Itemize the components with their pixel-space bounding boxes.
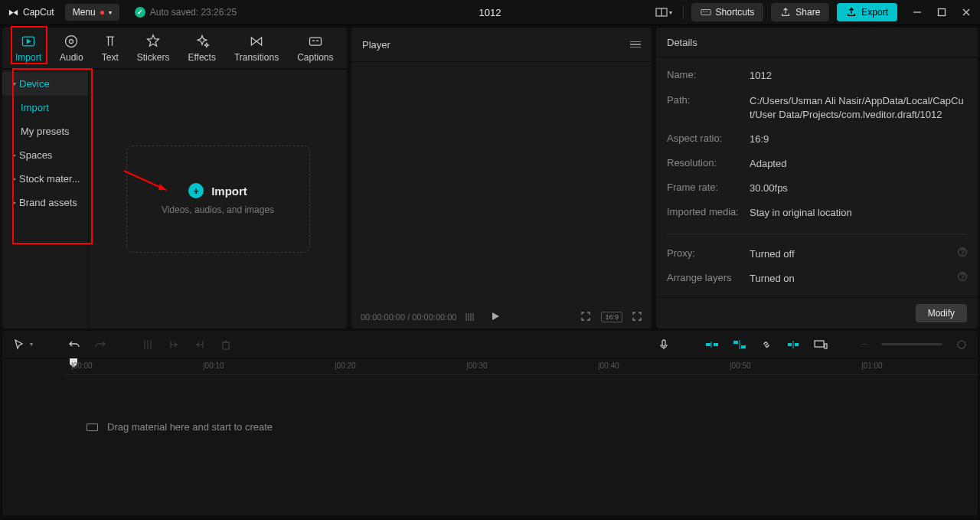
svg-rect-22 (706, 343, 710, 346)
help-icon[interactable]: ? (958, 247, 967, 257)
zoom-slider[interactable] (881, 343, 942, 345)
fullscreen-button[interactable] (632, 311, 642, 323)
capcut-logo-icon (8, 7, 19, 18)
detail-value-name: 1012 (750, 69, 967, 83)
mic-button[interactable] (658, 338, 670, 351)
track-mode-1[interactable] (705, 339, 719, 350)
detail-label-path: Path: (667, 94, 750, 106)
svg-rect-9 (939, 9, 946, 16)
svg-point-7 (707, 11, 707, 12)
sidebar-item-brand-assets[interactable]: Brand assets (2, 191, 88, 214)
svg-marker-19 (492, 312, 499, 320)
detail-label-aspect: Aspect ratio: (667, 132, 750, 144)
timeline-tracks[interactable]: Drag material here and start to create (2, 375, 978, 515)
zoom-out-button[interactable]: − (861, 338, 867, 350)
menu-button[interactable]: Menu ▾ (65, 4, 119, 21)
sidebar-item-my-presets[interactable]: My presets (2, 119, 88, 143)
redo-button[interactable] (94, 338, 106, 351)
export-icon (846, 7, 857, 18)
svg-rect-28 (788, 343, 792, 346)
link-button[interactable] (760, 338, 773, 351)
svg-rect-16 (309, 38, 321, 45)
aspect-ratio-badge[interactable]: 16:9 (601, 312, 622, 322)
zoom-fit-button[interactable] (956, 339, 967, 350)
detail-label-resolution: Resolution: (667, 157, 750, 168)
shortcuts-button[interactable]: Shortcuts (691, 3, 764, 21)
timeline-ruler[interactable]: |00:00 |00:10 |00:20 |00:30 |00:40 |00:5… (64, 358, 978, 375)
link-icon (760, 338, 773, 351)
project-title: 1012 (479, 7, 501, 18)
close-button[interactable] (960, 6, 972, 18)
details-title: Details (667, 37, 697, 48)
tab-audio[interactable]: Audio (51, 30, 93, 67)
ruler-tick: |01:00 (861, 361, 883, 370)
preview-button[interactable] (814, 339, 828, 350)
svg-point-14 (66, 35, 77, 47)
ruler-tick: |00:30 (466, 361, 488, 370)
import-dropzone[interactable]: + Import Videos, audios, and images (126, 146, 310, 253)
player-title: Player (362, 39, 390, 51)
track-mode-2[interactable] (733, 339, 746, 350)
audio-icon (64, 34, 79, 49)
ruler-tick: |00:00 (71, 361, 93, 370)
layout-button[interactable]: ▾ (652, 3, 675, 21)
player-panel: Player 00:00:00:00 / 00:00:00:00 16:9 (351, 28, 652, 329)
delete-button[interactable] (220, 338, 232, 351)
trim-right-button[interactable] (194, 338, 206, 351)
svg-point-15 (70, 39, 74, 43)
tab-import[interactable]: Import (6, 30, 51, 67)
scan-button[interactable] (580, 310, 592, 324)
trim-left-button[interactable] (168, 338, 180, 351)
redo-icon (94, 338, 106, 351)
sidebar-item-spaces[interactable]: Spaces (2, 143, 88, 167)
tab-effects[interactable]: Effects (178, 30, 224, 67)
sidebar-item-stock-material[interactable]: Stock mater... (2, 167, 88, 191)
fullscreen-icon (632, 311, 642, 322)
minimize-button[interactable] (911, 6, 923, 18)
help-icon[interactable]: ? (958, 272, 967, 281)
transitions-icon (249, 34, 264, 49)
mic-icon (658, 338, 670, 351)
detail-label-name: Name: (667, 69, 750, 80)
check-icon: ✓ (135, 7, 145, 18)
detail-value-aspect: 16:9 (750, 132, 967, 146)
undo-icon (68, 338, 80, 351)
media-panel: Import Audio Text Stickers Effects Trans… (2, 28, 347, 329)
player-viewport[interactable] (351, 62, 652, 306)
tab-stickers[interactable]: Stickers (128, 30, 179, 67)
player-menu-button[interactable] (630, 41, 641, 48)
tab-captions[interactable]: Captions (288, 30, 342, 67)
import-icon (21, 34, 36, 49)
svg-rect-25 (733, 341, 738, 344)
layout-icon (655, 6, 668, 18)
selection-tool[interactable] (13, 338, 25, 351)
snap-button[interactable] (786, 339, 800, 350)
undo-button[interactable] (68, 338, 80, 351)
modify-button[interactable]: Modify (916, 304, 967, 322)
sidebar-item-import[interactable]: Import (2, 96, 88, 119)
cursor-icon (13, 338, 25, 351)
ruler-tick: |00:10 (203, 361, 224, 370)
detail-value-arrange: Turned on (750, 272, 958, 286)
notification-dot-icon (100, 11, 104, 15)
media-sidebar: Device Import My presets Spaces Stock ma… (2, 70, 89, 329)
sidebar-item-device[interactable]: Device (2, 72, 88, 96)
minimize-icon (913, 8, 922, 17)
share-icon (780, 7, 791, 18)
selection-dropdown[interactable]: ▾ (30, 341, 33, 348)
svg-rect-4 (701, 10, 710, 15)
details-panel: Details Name:1012 Path:C:/Users/Usman Al… (656, 28, 978, 329)
share-button[interactable]: Share (771, 3, 829, 21)
keyboard-icon (701, 7, 711, 18)
detail-value-imported: Stay in original location (750, 206, 967, 220)
play-button[interactable] (490, 311, 501, 323)
export-button[interactable]: Export (837, 3, 897, 21)
svg-rect-20 (223, 342, 229, 349)
detail-label-proxy: Proxy: (667, 247, 750, 259)
split-button[interactable] (142, 338, 154, 351)
tab-transitions[interactable]: Transitions (225, 30, 288, 67)
tab-text[interactable]: Text (93, 30, 128, 67)
maximize-button[interactable] (936, 6, 948, 18)
stickers-icon (145, 34, 161, 49)
preview-icon (814, 339, 828, 350)
